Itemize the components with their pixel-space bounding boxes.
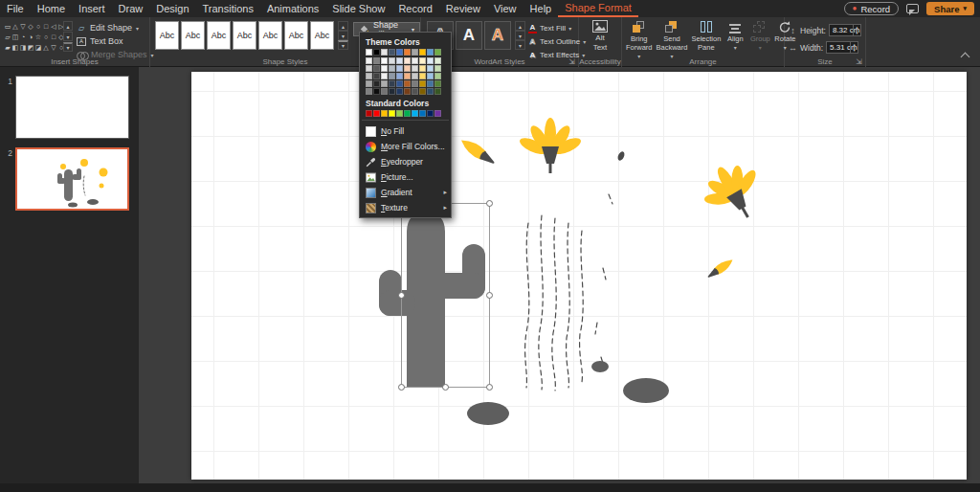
shape-glyph-icon[interactable]: ○ xyxy=(34,21,42,32)
theme-color-variant-swatch[interactable] xyxy=(427,80,434,87)
selection-handle-ne[interactable] xyxy=(486,200,493,207)
standard-color-swatch[interactable] xyxy=(412,110,418,117)
theme-color-variant-swatch[interactable] xyxy=(412,80,418,87)
collapse-ribbon-icon[interactable] xyxy=(961,53,970,62)
theme-color-variant-swatch[interactable] xyxy=(412,57,418,64)
shape-selection-box[interactable] xyxy=(401,203,490,388)
theme-color-variant-swatch[interactable] xyxy=(412,73,418,79)
shape-glyph-icon[interactable]: ▱ xyxy=(4,32,11,42)
theme-color-swatch[interactable] xyxy=(412,49,418,56)
theme-color-variant-swatch[interactable] xyxy=(396,73,403,79)
standard-color-swatch[interactable] xyxy=(434,110,441,117)
theme-color-variant-swatch[interactable] xyxy=(427,88,434,95)
gallery-up-icon[interactable]: ▴ xyxy=(515,21,525,31)
shape-glyph-icon[interactable]: ◩ xyxy=(27,42,34,53)
shape-style-preset[interactable]: Abc xyxy=(284,21,308,50)
spinner-down-icon[interactable]: ▾ xyxy=(851,48,858,54)
menu-transitions[interactable]: Transitions xyxy=(196,0,260,17)
gallery-down-icon[interactable]: ▾ xyxy=(63,32,73,41)
seed-mark[interactable] xyxy=(616,150,626,162)
flower-top[interactable] xyxy=(518,118,584,173)
theme-color-variant-swatch[interactable] xyxy=(427,65,434,72)
spinner-down-icon[interactable]: ▾ xyxy=(854,31,860,36)
height-spinner[interactable]: ▴ ▾ xyxy=(853,25,860,35)
theme-color-swatch[interactable] xyxy=(404,49,411,56)
shape-glyph-icon[interactable]: ☆ xyxy=(34,32,42,42)
theme-color-variant-swatch[interactable] xyxy=(404,88,411,95)
theme-color-variant-swatch[interactable] xyxy=(419,88,426,95)
theme-color-variant-swatch[interactable] xyxy=(389,65,395,72)
theme-color-variant-swatch[interactable] xyxy=(381,88,388,95)
gallery-more-icon[interactable]: ▾ xyxy=(515,40,525,50)
theme-color-variant-swatch[interactable] xyxy=(434,73,441,79)
selection-handle-s[interactable] xyxy=(442,384,449,391)
theme-color-variant-swatch[interactable] xyxy=(373,80,380,87)
theme-color-variant-swatch[interactable] xyxy=(366,88,372,95)
standard-color-swatch[interactable] xyxy=(366,110,372,117)
menu-record[interactable]: Record xyxy=(391,0,438,17)
comments-icon[interactable] xyxy=(906,4,919,13)
fill-menu-item-gradient[interactable]: Gradient▸ xyxy=(360,185,451,200)
theme-color-variant-swatch[interactable] xyxy=(419,65,426,72)
shape-style-preset[interactable]: Abc xyxy=(310,21,334,50)
shape-glyph-icon[interactable]: ▽ xyxy=(50,42,57,53)
shape-glyph-icon[interactable]: ◇ xyxy=(27,21,34,32)
theme-color-variant-swatch[interactable] xyxy=(381,73,388,79)
theme-color-variant-swatch[interactable] xyxy=(373,88,380,95)
theme-color-variant-swatch[interactable] xyxy=(381,80,388,87)
theme-color-variant-swatch[interactable] xyxy=(404,65,411,72)
theme-color-variant-swatch[interactable] xyxy=(381,57,388,64)
fill-menu-item-more-colors[interactable]: More Fill Colors... xyxy=(360,139,451,154)
shape-glyph-icon[interactable]: ◁ xyxy=(50,21,57,32)
shape-style-preset[interactable]: Abc xyxy=(258,21,282,50)
theme-color-variant-swatch[interactable] xyxy=(366,65,372,72)
theme-color-variant-swatch[interactable] xyxy=(396,80,403,87)
theme-color-variant-swatch[interactable] xyxy=(412,88,418,95)
shape-style-preset[interactable]: Abc xyxy=(233,21,256,50)
theme-color-variant-swatch[interactable] xyxy=(389,57,395,64)
theme-color-variant-swatch[interactable] xyxy=(419,80,426,87)
shape-glyph-icon[interactable]: □ xyxy=(50,32,57,42)
align-button[interactable]: Align▾ xyxy=(723,20,747,60)
slide-thumbnail-1[interactable]: 1 xyxy=(0,76,139,139)
theme-color-variant-swatch[interactable] xyxy=(389,88,395,95)
theme-color-variant-swatch[interactable] xyxy=(381,65,388,72)
height-input[interactable]: 8.32 cm ▴ ▾ xyxy=(829,24,861,36)
width-input[interactable]: 5.31 cm ▴ ▾ xyxy=(826,41,858,54)
standard-color-swatch[interactable] xyxy=(381,110,388,117)
selection-pane-button[interactable]: SelectionPane xyxy=(689,20,723,60)
flower-bud-right[interactable] xyxy=(705,257,735,281)
shape-glyph-icon[interactable]: ◨ xyxy=(19,42,27,53)
standard-color-swatch[interactable] xyxy=(419,110,426,117)
shape-glyph-icon[interactable]: □ xyxy=(42,21,50,32)
shape-glyph-icon[interactable]: △ xyxy=(42,42,50,53)
theme-color-variant-swatch[interactable] xyxy=(419,57,426,64)
text-box-button[interactable]: AText Box xyxy=(77,35,154,47)
theme-color-swatch[interactable] xyxy=(366,49,372,56)
theme-color-variant-swatch[interactable] xyxy=(412,65,418,72)
gallery-down-icon[interactable]: ▾ xyxy=(515,31,525,40)
theme-color-variant-swatch[interactable] xyxy=(404,80,411,87)
theme-color-variant-swatch[interactable] xyxy=(389,80,395,87)
selection-handle-w[interactable] xyxy=(398,292,405,299)
menu-home[interactable]: Home xyxy=(31,0,72,17)
gallery-up-icon[interactable]: ▴ xyxy=(63,21,73,31)
theme-color-variant-swatch[interactable] xyxy=(373,73,380,79)
gallery-more-icon[interactable]: ▾ xyxy=(63,42,73,52)
text-outline-button[interactable]: AText Outline▾ xyxy=(528,35,586,47)
theme-color-swatch[interactable] xyxy=(396,49,403,56)
theme-color-variant-swatch[interactable] xyxy=(366,57,372,64)
shape-style-preset[interactable]: Abc xyxy=(155,21,179,50)
theme-color-variant-swatch[interactable] xyxy=(396,88,403,95)
theme-color-swatch[interactable] xyxy=(419,49,426,56)
theme-color-variant-swatch[interactable] xyxy=(396,57,403,64)
slide[interactable] xyxy=(191,72,967,480)
record-button[interactable]: ● Record xyxy=(844,2,899,15)
shape-glyph-icon[interactable]: ◪ xyxy=(34,42,42,53)
theme-color-variant-swatch[interactable] xyxy=(434,88,441,95)
shape-glyph-icon[interactable]: ▽ xyxy=(19,21,27,32)
theme-color-variant-swatch[interactable] xyxy=(427,73,434,79)
theme-color-variant-swatch[interactable] xyxy=(419,73,426,79)
theme-color-variant-swatch[interactable] xyxy=(396,65,403,72)
selection-handle-e[interactable] xyxy=(486,292,493,299)
